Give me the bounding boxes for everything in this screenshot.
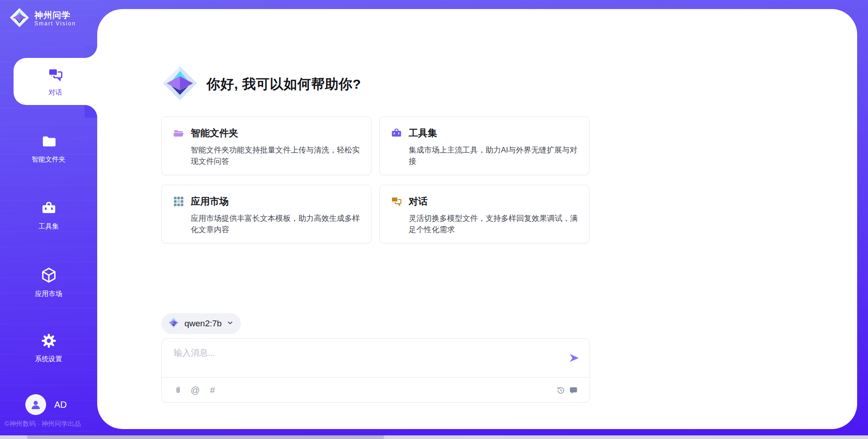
grid-icon bbox=[173, 196, 184, 207]
sidebar-item-label: 系统设置 bbox=[35, 355, 62, 363]
card-smart-folder[interactable]: 智能文件夹 智能文件夹功能支持批量文件上传与清洗，轻松实现文件问答 bbox=[161, 116, 372, 175]
card-description: 集成市场上主流工具，助力AI与外界无缝扩展与对接 bbox=[409, 145, 578, 167]
brand-subtitle: Smart Vision bbox=[34, 20, 76, 27]
send-button[interactable] bbox=[568, 352, 580, 364]
brand: 神州问学 Smart Vision bbox=[9, 7, 76, 30]
chat-icon bbox=[391, 196, 402, 207]
sidebar-item-app-market[interactable]: 应用市场 bbox=[0, 267, 97, 298]
composer: @ # bbox=[161, 339, 590, 403]
sidebar-item-settings[interactable]: 系统设置 bbox=[0, 333, 97, 363]
greeting-title: 你好, 我可以如何帮助你? bbox=[207, 75, 361, 94]
sidebar-item-smart-folder[interactable]: 智能文件夹 bbox=[0, 133, 97, 164]
model-selector[interactable]: qwen2:7b bbox=[161, 313, 241, 334]
sidebar-item-chat[interactable]: 对话 bbox=[14, 58, 97, 105]
folder-icon bbox=[41, 133, 57, 151]
app-window: 神州问学 Smart Vision 对话 bbox=[0, 0, 868, 439]
card-title: 工具集 bbox=[409, 127, 437, 139]
model-logo-icon bbox=[168, 317, 179, 330]
card-chat[interactable]: 对话 灵活切换多模型文件，支持多样回复效果调试，满足个性化需求 bbox=[379, 185, 590, 243]
chat-icon bbox=[47, 67, 64, 85]
model-name: qwen2:7b bbox=[184, 319, 222, 329]
toolbox-icon bbox=[391, 127, 402, 139]
sidebar-item-label: 智能文件夹 bbox=[32, 155, 66, 164]
cube-icon bbox=[40, 267, 57, 286]
user-profile[interactable]: AD bbox=[25, 394, 67, 415]
gear-icon bbox=[41, 333, 57, 351]
folder-open-icon bbox=[173, 127, 184, 139]
paperclip-icon[interactable] bbox=[173, 385, 184, 396]
history-icon[interactable] bbox=[555, 385, 566, 396]
card-toolbox[interactable]: 工具集 集成市场上主流工具，助力AI与外界无缝扩展与对接 bbox=[379, 116, 590, 175]
card-description: 应用市场提供丰富长文本模板，助力高效生成多样化文章内容 bbox=[191, 213, 360, 235]
horizontal-scrollbar-track[interactable] bbox=[0, 435, 868, 439]
card-app-market[interactable]: 应用市场 应用市场提供丰富长文本模板，助力高效生成多样化文章内容 bbox=[161, 185, 372, 243]
avatar bbox=[25, 394, 46, 415]
card-description: 灵活切换多模型文件，支持多样回复效果调试，满足个性化需求 bbox=[409, 213, 578, 235]
tab-curve-top bbox=[85, 45, 97, 58]
sidebar-item-toolbox[interactable]: 工具集 bbox=[0, 200, 97, 231]
at-icon[interactable]: @ bbox=[190, 385, 201, 396]
sidebar-item-label: 应用市场 bbox=[35, 290, 62, 298]
chevron-down-icon bbox=[226, 319, 234, 328]
card-title: 智能文件夹 bbox=[191, 127, 238, 139]
hash-icon[interactable]: # bbox=[207, 385, 218, 396]
send-icon bbox=[568, 352, 580, 364]
composer-toolbar: @ # bbox=[173, 378, 579, 403]
brand-diamond-icon bbox=[9, 7, 30, 30]
message-input[interactable] bbox=[173, 346, 561, 373]
sidebar-footer: ©神州数码 · 神州问学出品 bbox=[5, 420, 81, 428]
sidebar-item-label: 工具集 bbox=[38, 222, 59, 231]
toolbox-icon bbox=[41, 200, 57, 218]
diamond-logo-icon bbox=[161, 65, 198, 104]
sidebar-item-label: 对话 bbox=[49, 88, 62, 97]
brand-name: 神州问学 bbox=[34, 10, 76, 20]
greeting: 你好, 我可以如何帮助你? bbox=[161, 65, 361, 104]
user-initials: AD bbox=[54, 400, 67, 410]
feature-cards: 智能文件夹 智能文件夹功能支持批量文件上传与清洗，轻松实现文件问答 工具集 集成… bbox=[161, 116, 590, 243]
card-description: 智能文件夹功能支持批量文件上传与清洗，轻松实现文件问答 bbox=[191, 145, 360, 167]
sidebar: 神州问学 Smart Vision 对话 bbox=[0, 0, 97, 439]
card-title: 应用市场 bbox=[191, 195, 229, 208]
tab-curve-bottom bbox=[85, 105, 97, 118]
user-avatar-icon bbox=[29, 398, 42, 411]
card-title: 对话 bbox=[409, 195, 428, 208]
brand-text: 神州问学 Smart Vision bbox=[34, 10, 76, 27]
message-icon[interactable] bbox=[568, 385, 579, 396]
horizontal-scrollbar-thumb[interactable] bbox=[27, 435, 384, 439]
